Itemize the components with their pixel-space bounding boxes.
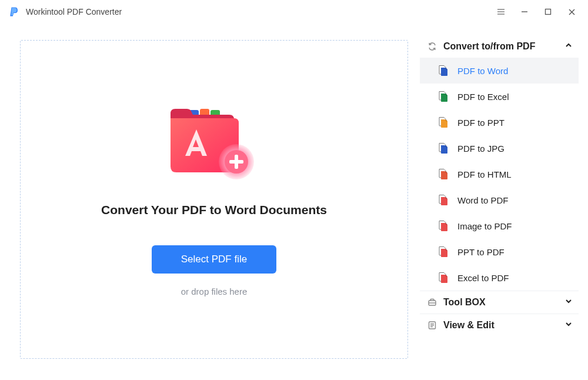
file-type-icon [437,142,449,154]
file-type-icon [437,116,449,128]
menu-item-pdf-to-jpg[interactable]: PDF to JPG [420,135,579,161]
menu-item-label: PPT to PDF [457,247,505,257]
main-panel: Convert Your PDF to Word Documents Selec… [0,24,420,380]
select-file-button[interactable]: Select PDF file [152,245,276,274]
section-label: Convert to/from PDF [443,41,564,52]
folder-illustration-icon [161,97,267,185]
file-type-icon [437,168,449,180]
menu-item-pdf-to-ppt[interactable]: PDF to PPT [420,109,579,135]
menu-item-label: PDF to Word [457,66,508,76]
drop-hint: or drop files here [181,286,248,296]
menu-button[interactable] [489,1,513,22]
menu-item-ppt-to-pdf[interactable]: PPT to PDF [420,239,579,265]
file-type-icon [437,65,449,76]
menu-item-pdf-to-excel[interactable]: PDF to Excel [420,84,579,109]
menu-item-label: Image to PDF [457,221,512,231]
menu-item-word-to-pdf[interactable]: Word to PDF [420,187,579,213]
titlebar: Workintool PDF Converter [0,0,588,24]
close-button[interactable] [560,1,583,22]
sidebar: Convert to/from PDF PDF to Word PDF to E… [420,24,588,380]
file-type-icon [437,91,449,102]
file-type-icon [437,246,449,258]
svg-rect-14 [229,160,243,164]
toolbox-icon [427,297,437,308]
menu-item-label: PDF to JPG [457,144,505,154]
section-label: Tool BOX [443,297,564,308]
menu-item-pdf-to-html[interactable]: PDF to HTML [420,161,579,187]
viewedit-icon [427,320,437,331]
minimize-button[interactable] [513,1,536,22]
menu-item-pdf-to-word[interactable]: PDF to Word [420,58,579,84]
file-type-icon [437,194,449,206]
file-type-icon [437,220,449,232]
convert-icon [427,41,437,52]
drop-zone[interactable]: Convert Your PDF to Word Documents Selec… [20,40,408,359]
menu-item-label: PDF to Excel [457,92,509,102]
menu-item-image-to-pdf[interactable]: Image to PDF [420,213,579,239]
menu-item-label: Excel to PDF [457,273,509,283]
chevron-up-icon [564,41,573,52]
menu-item-label: Word to PDF [457,195,508,205]
section-convert[interactable]: Convert to/from PDF [420,35,579,58]
menu-item-label: PDF to HTML [457,169,512,179]
file-type-icon [437,272,449,284]
convert-menu: PDF to Word PDF to Excel PDF to PPT PDF … [420,58,579,291]
dropzone-heading: Convert Your PDF to Word Documents [101,203,327,217]
maximize-button[interactable] [536,1,560,22]
menu-item-excel-to-pdf[interactable]: Excel to PDF [420,265,579,291]
menu-item-label: PDF to PPT [457,118,505,128]
chevron-down-icon [564,297,573,308]
chevron-down-icon [564,320,573,331]
section-viewedit[interactable]: View & Edit [420,314,579,336]
section-toolbox[interactable]: Tool BOX [420,291,579,314]
section-label: View & Edit [443,320,564,331]
svg-rect-4 [546,9,551,15]
app-title: Workintool PDF Converter [26,7,122,16]
app-logo-icon [8,6,20,18]
